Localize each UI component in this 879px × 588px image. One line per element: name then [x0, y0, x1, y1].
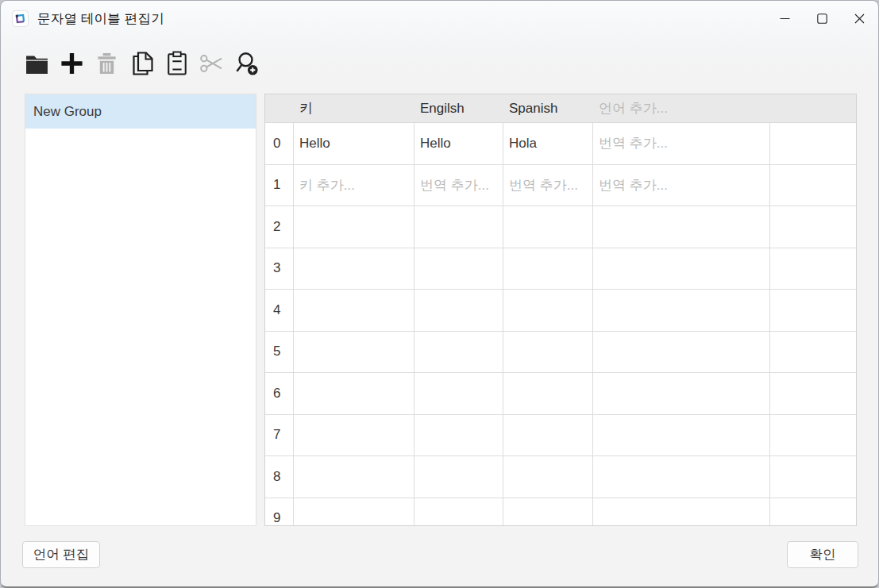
magnifier-plus-icon — [234, 51, 259, 76]
table-cell-r2-c5[interactable] — [770, 206, 856, 248]
maximize-button[interactable] — [804, 1, 841, 37]
open-folder-button[interactable] — [25, 48, 49, 79]
table-cell-r1-c2[interactable]: 번역 추가... — [414, 165, 503, 207]
row-number[interactable]: 0 — [265, 123, 294, 165]
table-cell-r7-c4[interactable] — [593, 415, 770, 457]
row-number[interactable]: 2 — [265, 206, 294, 248]
row-number[interactable]: 7 — [265, 415, 294, 457]
table-cell-r4-c1[interactable] — [294, 290, 414, 332]
string-table: 키EngilshSpanish언어 추가...0HelloHelloHola번역… — [264, 94, 857, 526]
table-cell-r3-c4[interactable] — [593, 248, 770, 290]
app-logo-icon — [12, 10, 29, 27]
table-cell-r8-c2[interactable] — [414, 456, 503, 498]
table-cell-r4-c3[interactable] — [503, 290, 593, 332]
table-cell-r6-c2[interactable] — [414, 373, 503, 415]
search-add-button[interactable] — [234, 48, 259, 79]
table-cell-r2-c2[interactable] — [414, 206, 503, 248]
table-cell-r4-c5[interactable] — [770, 290, 856, 332]
string-table-editor-window: 문자열 테이블 편집기 — [0, 0, 879, 588]
table-cell-r1-c1[interactable]: 키 추가... — [294, 165, 414, 207]
table-cell-r2-c4[interactable] — [593, 206, 770, 248]
table-cell-r7-c5[interactable] — [770, 415, 856, 457]
column-header-0[interactable] — [265, 94, 294, 122]
table-row: 0HelloHelloHola번역 추가... — [265, 123, 856, 165]
table-row: 2 — [265, 206, 856, 248]
table-cell-r0-c1[interactable]: Hello — [294, 123, 414, 165]
table-cell-r3-c5[interactable] — [770, 248, 856, 290]
row-number[interactable]: 1 — [265, 165, 294, 207]
table-cell-r1-c3[interactable]: 번역 추가... — [503, 165, 593, 207]
column-header-2[interactable]: Engilsh — [414, 94, 503, 122]
edit-languages-button[interactable]: 언어 편집 — [22, 541, 100, 568]
table-row: 7 — [265, 415, 856, 457]
table-row: 9 — [265, 498, 856, 527]
close-button[interactable] — [841, 1, 878, 37]
table-cell-r7-c1[interactable] — [294, 415, 414, 457]
group-item-new-group[interactable]: New Group — [25, 94, 256, 129]
table-cell-r3-c1[interactable] — [294, 248, 414, 290]
column-header-4[interactable]: 언어 추가... — [593, 94, 770, 122]
table-header-row: 키EngilshSpanish언어 추가... — [265, 94, 856, 123]
minimize-icon — [780, 13, 790, 24]
table-cell-r6-c5[interactable] — [770, 373, 856, 415]
table-cell-r8-c4[interactable] — [593, 456, 770, 498]
table-cell-r5-c5[interactable] — [770, 332, 856, 374]
table-cell-r1-c5[interactable] — [770, 165, 856, 207]
table-cell-r5-c4[interactable] — [593, 332, 770, 374]
row-number[interactable]: 5 — [265, 332, 294, 374]
row-number[interactable]: 4 — [265, 290, 294, 332]
table-cell-r6-c3[interactable] — [503, 373, 593, 415]
table-cell-r6-c4[interactable] — [593, 373, 770, 415]
table-row: 4 — [265, 290, 856, 332]
titlebar: 문자열 테이블 편집기 — [1, 1, 878, 37]
window-controls — [766, 1, 878, 37]
paste-icon — [166, 51, 188, 76]
delete-button — [94, 48, 119, 79]
table-cell-r9-c2[interactable] — [414, 498, 503, 527]
copy-button[interactable] — [129, 48, 154, 79]
row-number[interactable]: 9 — [265, 498, 294, 527]
table-cell-r7-c2[interactable] — [414, 415, 503, 457]
table-cell-r5-c3[interactable] — [503, 332, 593, 374]
minimize-button[interactable] — [766, 1, 804, 37]
table-cell-r5-c1[interactable] — [294, 332, 414, 374]
table-cell-r0-c3[interactable]: Hola — [503, 123, 593, 165]
trash-icon — [96, 52, 118, 75]
table-cell-r7-c3[interactable] — [503, 415, 593, 457]
table-cell-r9-c4[interactable] — [593, 498, 770, 527]
table-cell-r6-c1[interactable] — [294, 373, 414, 415]
row-number[interactable]: 3 — [265, 248, 294, 290]
table-row: 6 — [265, 373, 856, 415]
ok-button[interactable]: 확인 — [787, 541, 858, 568]
add-button[interactable] — [60, 48, 84, 79]
table-cell-r0-c4[interactable]: 번역 추가... — [593, 123, 770, 165]
row-number[interactable]: 8 — [265, 456, 294, 498]
table-cell-r5-c2[interactable] — [414, 332, 503, 374]
table-cell-r8-c5[interactable] — [770, 456, 856, 498]
table-cell-r0-c5[interactable] — [770, 123, 856, 165]
table-cell-r2-c1[interactable] — [294, 206, 414, 248]
column-header-1[interactable]: 키 — [294, 94, 414, 122]
table-cell-r3-c2[interactable] — [414, 248, 503, 290]
table-cell-r4-c4[interactable] — [593, 290, 770, 332]
close-icon — [854, 13, 865, 24]
table-cell-r2-c3[interactable] — [503, 206, 593, 248]
table-cell-r1-c4[interactable]: 번역 추가... — [593, 165, 770, 207]
maximize-icon — [817, 13, 827, 24]
table-cell-r3-c3[interactable] — [503, 248, 593, 290]
table-cell-r8-c1[interactable] — [294, 456, 414, 498]
column-header-3[interactable]: Spanish — [503, 94, 593, 122]
paste-button[interactable] — [164, 48, 189, 79]
toolbar — [25, 45, 259, 82]
table-cell-r9-c1[interactable] — [294, 498, 414, 527]
copy-icon — [130, 51, 154, 76]
row-number[interactable]: 6 — [265, 373, 294, 415]
table-cell-r8-c3[interactable] — [503, 456, 593, 498]
column-header-5[interactable] — [770, 94, 856, 122]
table-cell-r4-c2[interactable] — [414, 290, 503, 332]
table-cell-r9-c3[interactable] — [503, 498, 593, 527]
table-cell-r0-c2[interactable]: Hello — [414, 123, 503, 165]
table-cell-r9-c5[interactable] — [770, 498, 856, 527]
table-row: 3 — [265, 248, 856, 290]
plus-icon — [60, 51, 84, 76]
